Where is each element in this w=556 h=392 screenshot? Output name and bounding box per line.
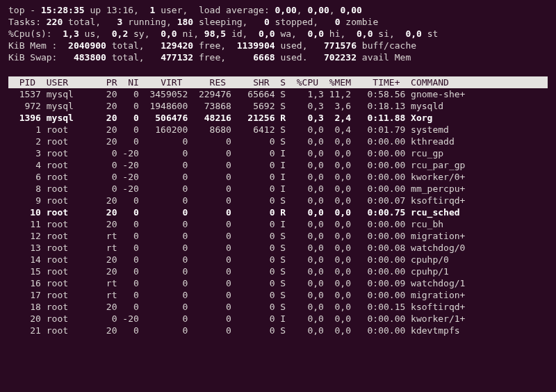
process-row[interactable]: 14root200000S0,00,00:00.00cpuhp/0 [8, 254, 548, 266]
col-command[interactable]: COMMAND [405, 76, 548, 88]
cell-cpu: 0,0 [291, 254, 324, 266]
cell-virt: 0 [139, 230, 188, 242]
col-virt[interactable]: VIRT [139, 76, 188, 88]
cell-ni: 0 [117, 206, 139, 218]
cell-res: 0 [188, 206, 231, 218]
cell-pr: 0 [95, 183, 117, 195]
cell-shr: 0 [231, 242, 275, 254]
cell-s: I [275, 159, 291, 171]
cell-ni: 0 [117, 218, 139, 230]
cell-time: 0:00.00 [351, 289, 405, 301]
cell-pr: 20 [95, 88, 117, 100]
cell-time: 0:00.00 [351, 266, 405, 277]
cell-cpu: 0,0 [291, 183, 324, 195]
process-row[interactable]: 972mysql2001948600738685692S0,33,60:18.1… [8, 100, 548, 112]
cell-res: 0 [188, 289, 231, 301]
col-time[interactable]: TIME+ [351, 76, 405, 88]
cell-time: 0:00.00 [351, 183, 405, 195]
cell-mem: 0,0 [324, 136, 351, 147]
process-row[interactable]: 3root0-20000I0,00,00:00.00rcu_gp [8, 147, 548, 159]
col-shr[interactable]: SHR [231, 76, 275, 88]
cell-mem: 0,0 [324, 171, 351, 183]
cell-mem: 0,0 [324, 325, 351, 336]
process-row[interactable]: 12rootrt0000S0,00,00:00.00migration+ [8, 230, 548, 242]
col-cpu[interactable]: %CPU [291, 76, 324, 88]
cell-cmd: Xorg [405, 112, 548, 124]
cell-mem: 11,2 [324, 88, 351, 100]
process-row[interactable]: 1396mysql2005064764821621256R0,32,40:11.… [8, 112, 548, 124]
cell-user: root [41, 124, 95, 136]
process-row[interactable]: 1537mysql200345905222947665664S1,311,20:… [8, 88, 548, 100]
process-row[interactable]: 16rootrt0000S0,00,00:00.09watchdog/1 [8, 277, 548, 289]
process-row[interactable]: 21root200000S0,00,00:00.00kdevtmpfs [8, 325, 548, 336]
cell-cpu: 0,0 [291, 325, 324, 336]
cell-virt: 160200 [139, 124, 188, 136]
process-row[interactable]: 18root200000S0,00,00:00.15ksoftirqd+ [8, 301, 548, 313]
col-mem[interactable]: %MEM [324, 76, 351, 88]
cell-time: 0:00.00 [351, 171, 405, 183]
cell-s: S [275, 301, 291, 313]
process-row[interactable]: 6root0-20000I0,00,00:00.00kworker/0+ [8, 171, 548, 183]
cell-mem: 0,0 [324, 206, 351, 218]
cell-user: root [41, 325, 95, 336]
cell-cpu: 0,0 [291, 159, 324, 171]
cell-pid: 8 [8, 183, 41, 195]
cell-pid: 1396 [8, 112, 41, 124]
col-res[interactable]: RES [188, 76, 231, 88]
cell-res: 0 [188, 277, 231, 289]
cell-pid: 14 [8, 254, 41, 266]
col-pr[interactable]: PR [95, 76, 117, 88]
cell-shr: 0 [231, 313, 275, 325]
cell-s: I [275, 147, 291, 159]
cell-pr: 0 [95, 313, 117, 325]
terminal-screen[interactable]: top - 15:28:35 up 13:16, 1 user, load av… [0, 0, 556, 392]
cell-cmd: rcu_gp [405, 147, 548, 159]
cell-virt: 506476 [139, 112, 188, 124]
cell-res: 8680 [188, 124, 231, 136]
process-row[interactable]: 4root0-20000I0,00,00:00.00rcu_par_gp [8, 159, 548, 171]
cell-ni: 0 [117, 277, 139, 289]
cell-ni: 0 [117, 195, 139, 206]
col-pid[interactable]: PID [8, 76, 41, 88]
cell-mem: 0,0 [324, 254, 351, 266]
cell-res: 48216 [188, 112, 231, 124]
cell-shr: 0 [231, 254, 275, 266]
process-row[interactable]: 2root200000S0,00,00:00.00kthreadd [8, 136, 548, 147]
cell-pid: 972 [8, 100, 41, 112]
cell-cpu: 0,0 [291, 266, 324, 277]
process-row[interactable]: 9root200000S0,00,00:00.07ksoftirqd+ [8, 195, 548, 206]
cell-pid: 16 [8, 277, 41, 289]
cell-virt: 0 [139, 254, 188, 266]
process-row[interactable]: 20root0-20000I0,00,00:00.00kworker/1+ [8, 313, 548, 325]
cell-time: 0:01.79 [351, 124, 405, 136]
cell-pr: 20 [95, 136, 117, 147]
cell-cmd: mysqld [405, 100, 548, 112]
cell-cpu: 0,0 [291, 242, 324, 254]
process-row[interactable]: 13rootrt0000S0,00,00:00.08watchdog/0 [8, 242, 548, 254]
cell-user: root [41, 195, 95, 206]
cell-time: 0:00.07 [351, 195, 405, 206]
process-row[interactable]: 17rootrt0000S0,00,00:00.00migration+ [8, 289, 548, 301]
cell-user: root [41, 218, 95, 230]
process-row[interactable]: 10root200000R0,00,00:00.75rcu_sched [8, 206, 548, 218]
col-user[interactable]: USER [41, 76, 95, 88]
cell-virt: 0 [139, 159, 188, 171]
cell-cpu: 0,0 [291, 313, 324, 325]
cell-pid: 2 [8, 136, 41, 147]
cell-pr: 20 [95, 218, 117, 230]
cell-s: S [275, 230, 291, 242]
col-state[interactable]: S [275, 76, 291, 88]
process-row[interactable]: 11root200000I0,00,00:00.00rcu_bh [8, 218, 548, 230]
column-header-row[interactable]: PID USER PR NI VIRT RES SHR S %CPU %MEM … [8, 76, 548, 88]
process-row[interactable]: 1root20016020086806412S0,00,40:01.79syst… [8, 124, 548, 136]
cell-res: 0 [188, 171, 231, 183]
process-row[interactable]: 8root0-20000I0,00,00:00.00mm_percpu+ [8, 183, 548, 195]
cell-cpu: 0,0 [291, 301, 324, 313]
process-row[interactable]: 15root200000S0,00,00:00.00cpuhp/1 [8, 266, 548, 277]
process-table: PID USER PR NI VIRT RES SHR S %CPU %MEM … [8, 76, 548, 336]
col-ni[interactable]: NI [117, 76, 139, 88]
cell-pid: 15 [8, 266, 41, 277]
cell-cmd: mm_percpu+ [405, 183, 548, 195]
cell-virt: 0 [139, 277, 188, 289]
cell-user: root [41, 313, 95, 325]
